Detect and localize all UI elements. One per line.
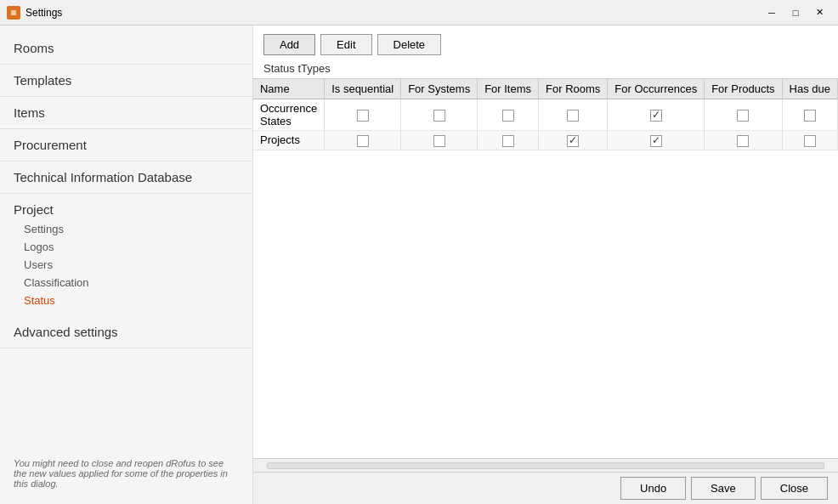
- cell-name: Projects: [253, 131, 325, 150]
- table-area: Name Is sequential For Systems For Items…: [253, 78, 838, 458]
- sidebar-subitem-settings[interactable]: Settings: [0, 220, 252, 238]
- cell-for_products[interactable]: [705, 99, 782, 131]
- sidebar-subitem-users[interactable]: Users: [0, 256, 252, 274]
- undo-button[interactable]: Undo: [620, 477, 686, 500]
- cell-has_due[interactable]: [782, 99, 837, 131]
- sidebar-item-procurement[interactable]: Procurement: [0, 129, 252, 161]
- checkbox-has_due[interactable]: [804, 135, 816, 147]
- cell-for_occurrences[interactable]: [608, 99, 705, 131]
- col-for-items: For Items: [478, 79, 539, 99]
- col-for-systems: For Systems: [401, 79, 478, 99]
- sidebar-subitem-status[interactable]: Status: [0, 292, 252, 309]
- col-has-due: Has due: [782, 79, 837, 99]
- checkbox-for_occurrences[interactable]: [650, 110, 662, 122]
- col-for-occurrences: For Occurrences: [608, 79, 705, 99]
- main-container: Rooms Templates Items Procurement Techni…: [0, 25, 838, 504]
- table-row[interactable]: Occurrence States: [253, 99, 838, 131]
- sidebar-subitem-classification[interactable]: Classification: [0, 274, 252, 292]
- svg-rect-1: [11, 10, 16, 15]
- window-title: Settings: [25, 7, 760, 19]
- maximize-button[interactable]: □: [784, 4, 807, 21]
- cell-for_occurrences[interactable]: [608, 131, 705, 150]
- cell-name: Occurrence States: [253, 99, 325, 131]
- col-is-sequential: Is sequential: [325, 79, 401, 99]
- cell-is_sequential[interactable]: [325, 99, 401, 131]
- sidebar-section-project: Project: [0, 194, 252, 220]
- scroll-track: [267, 462, 824, 469]
- checkbox-for_occurrences[interactable]: [650, 135, 662, 147]
- col-for-products: For Products: [705, 79, 782, 99]
- minimize-button[interactable]: ─: [760, 4, 784, 21]
- checkbox-for_systems[interactable]: [433, 135, 445, 147]
- horizontal-scrollbar[interactable]: [253, 458, 838, 472]
- toolbar: Add Edit Delete: [253, 25, 838, 60]
- cell-for_products[interactable]: [705, 131, 782, 150]
- cell-is_sequential[interactable]: [325, 131, 401, 150]
- cell-has_due[interactable]: [782, 131, 837, 150]
- col-name: Name: [253, 79, 325, 99]
- cell-for_items[interactable]: [478, 131, 539, 150]
- checkbox-for_rooms[interactable]: [567, 110, 579, 122]
- table-row[interactable]: Projects: [253, 131, 838, 150]
- checkbox-for_products[interactable]: [737, 110, 749, 122]
- save-button[interactable]: Save: [691, 477, 756, 500]
- content-area: Add Edit Delete Status tTypes Name Is se…: [253, 25, 838, 504]
- title-bar: Settings ─ □ ✕: [0, 0, 838, 25]
- table-header-row: Name Is sequential For Systems For Items…: [253, 79, 838, 99]
- sidebar-item-advanced[interactable]: Advanced settings: [0, 316, 252, 348]
- close-button[interactable]: ✕: [807, 4, 831, 21]
- sidebar-subitem-logos[interactable]: Logos: [0, 238, 252, 256]
- add-button[interactable]: Add: [263, 34, 315, 55]
- checkbox-has_due[interactable]: [804, 110, 816, 122]
- edit-button[interactable]: Edit: [320, 34, 371, 55]
- sidebar: Rooms Templates Items Procurement Techni…: [0, 25, 253, 504]
- delete-button[interactable]: Delete: [377, 34, 442, 55]
- checkbox-is_sequential[interactable]: [357, 110, 369, 122]
- checkbox-for_products[interactable]: [737, 135, 749, 147]
- sidebar-item-tech-info[interactable]: Technical Information Database: [0, 161, 252, 194]
- cell-for_rooms[interactable]: [539, 131, 608, 150]
- cell-for_rooms[interactable]: [539, 99, 608, 131]
- checkbox-for_items[interactable]: [502, 110, 514, 122]
- sidebar-note: You might need to close and reopen dRofu…: [0, 450, 252, 497]
- checkbox-for_items[interactable]: [502, 135, 514, 147]
- cell-for_systems[interactable]: [401, 99, 478, 131]
- window-controls: ─ □ ✕: [760, 4, 831, 21]
- cell-for_systems[interactable]: [401, 131, 478, 150]
- status-table: Name Is sequential For Systems For Items…: [253, 79, 838, 150]
- bottom-bar: Undo Save Close: [253, 472, 838, 504]
- section-label: Status tTypes: [253, 60, 838, 78]
- close-dialog-button[interactable]: Close: [761, 477, 828, 500]
- checkbox-is_sequential[interactable]: [357, 135, 369, 147]
- sidebar-item-items[interactable]: Items: [0, 97, 252, 129]
- col-for-rooms: For Rooms: [539, 79, 608, 99]
- checkbox-for_rooms[interactable]: [567, 135, 579, 147]
- app-icon: [7, 6, 20, 20]
- checkbox-for_systems[interactable]: [433, 110, 445, 122]
- cell-for_items[interactable]: [478, 99, 539, 131]
- sidebar-subitems: Settings Logos Users Classification Stat…: [0, 220, 252, 316]
- sidebar-item-rooms[interactable]: Rooms: [0, 32, 252, 65]
- sidebar-item-templates[interactable]: Templates: [0, 65, 252, 97]
